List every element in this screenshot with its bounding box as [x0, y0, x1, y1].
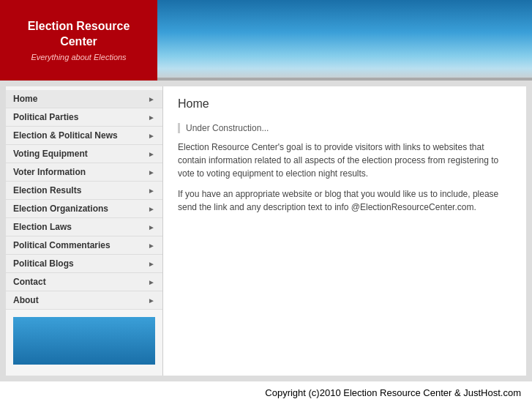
under-construction-text: Under Construction... [178, 123, 512, 133]
arrow-icon-political-blogs: ► [148, 260, 155, 268]
arrow-icon-election-political-news: ► [148, 132, 155, 140]
outer-wrapper: Election Resource Center Everything abou… [0, 0, 532, 399]
sidebar-label-election-political-news: Election & Political News [13, 130, 118, 141]
header-banner [157, 0, 532, 81]
sidebar-item-election-political-news[interactable]: Election & Political News ► [6, 127, 162, 145]
sidebar-item-contact[interactable]: Contact ► [6, 273, 162, 291]
sidebar-label-political-parties: Political Parties [13, 112, 78, 122]
sidebar-label-about: About [13, 295, 39, 305]
sidebar-item-political-parties[interactable]: Political Parties ► [6, 108, 162, 127]
arrow-icon-about: ► [148, 297, 155, 305]
site-title: Election Resource Center [11, 19, 146, 50]
arrow-icon-political-parties: ► [148, 113, 155, 122]
arrow-icon-voter-information: ► [148, 168, 155, 176]
sidebar-item-election-organizations[interactable]: Election Organizations ► [6, 200, 162, 218]
sidebar-label-political-commentaries: Political Commentaries [13, 240, 110, 250]
arrow-icon-election-organizations: ► [148, 205, 155, 213]
arrow-icon-election-results: ► [148, 187, 155, 195]
sidebar-label-election-laws: Election Laws [13, 222, 72, 232]
sidebar-label-election-results: Election Results [13, 185, 81, 195]
sidebar-label-home: Home [13, 94, 37, 104]
sidebar-label-election-organizations: Election Organizations [13, 204, 108, 214]
sidebar-item-election-results[interactable]: Election Results ► [6, 182, 162, 200]
sidebar-label-voting-equipment: Voting Equipment [13, 149, 88, 159]
sidebar-item-political-commentaries[interactable]: Political Commentaries ► [6, 236, 162, 255]
logo-area: Election Resource Center Everything abou… [0, 0, 157, 81]
sidebar-item-voting-equipment[interactable]: Voting Equipment ► [6, 145, 162, 163]
footer: Copyright (c)2010 Election Resource Cent… [0, 381, 532, 399]
main-wrapper: Home ► Political Parties ► Election & Po… [0, 81, 532, 381]
sidebar-item-election-laws[interactable]: Election Laws ► [6, 218, 162, 236]
sidebar-label-political-blogs: Political Blogs [13, 258, 74, 269]
arrow-icon-home: ► [148, 95, 155, 103]
arrow-icon-contact: ► [148, 278, 155, 286]
sidebar-blue-box [13, 317, 155, 365]
content-paragraph-1: Election Resource Center's goal is to pr… [178, 141, 512, 180]
copyright-text: Copyright (c)2010 Election Resource Cent… [265, 387, 521, 398]
main-content: Home Under Construction... Election Reso… [163, 86, 526, 376]
sidebar: Home ► Political Parties ► Election & Po… [6, 86, 163, 376]
sidebar-item-voter-information[interactable]: Voter Information ► [6, 163, 162, 182]
sidebar-item-political-blogs[interactable]: Political Blogs ► [6, 255, 162, 273]
sidebar-label-voter-information: Voter Information [13, 167, 86, 177]
arrow-icon-political-commentaries: ► [148, 242, 155, 250]
content-paragraph-2: If you have an appropriate website or bl… [178, 187, 512, 214]
sidebar-item-about[interactable]: About ► [6, 291, 162, 310]
content-box: Home ► Political Parties ► Election & Po… [6, 86, 526, 376]
page-title: Home [178, 97, 512, 114]
sidebar-item-home[interactable]: Home ► [6, 90, 162, 108]
arrow-icon-election-laws: ► [148, 223, 155, 231]
header: Election Resource Center Everything abou… [0, 0, 532, 81]
site-tagline: Everything about Elections [31, 53, 126, 61]
sidebar-label-contact: Contact [13, 277, 46, 287]
arrow-icon-voting-equipment: ► [148, 150, 155, 158]
